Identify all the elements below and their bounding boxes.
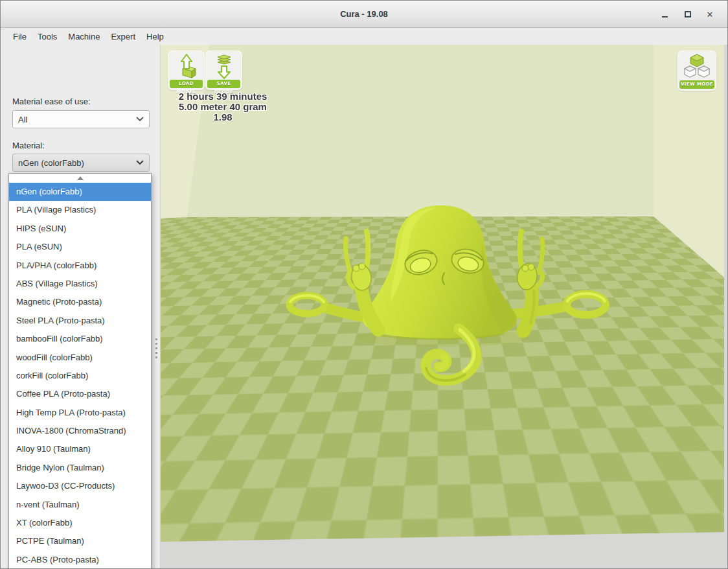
dropdown-scroll-up[interactable]: [9, 174, 151, 183]
load-model-icon: [168, 53, 204, 79]
material-label: Material:: [12, 141, 45, 150]
menu-item-tools[interactable]: Tools: [36, 30, 58, 43]
window-title: Cura - 19.08: [1, 9, 727, 19]
octopus-model[interactable]: [161, 45, 724, 569]
menu-item-expert[interactable]: Expert: [109, 30, 137, 43]
ease-of-use-label: Material ease of use:: [12, 97, 91, 106]
material-combobox[interactable]: nGen (colorFabb): [12, 154, 150, 172]
material-option[interactable]: Magnetic (Proto-pasta): [9, 293, 151, 311]
close-icon: ✕: [707, 10, 714, 19]
load-model-label: LOAD MODEL: [170, 80, 203, 88]
material-option[interactable]: XT (colorFabb): [9, 514, 151, 532]
material-option[interactable]: PC-ABS (Proto-pasta): [9, 551, 151, 569]
material-option[interactable]: nGen (colorFabb): [9, 183, 151, 201]
material-option[interactable]: bambooFill (colorFabb): [9, 330, 151, 348]
save-gcode-icon: [206, 53, 242, 79]
material-dropdown-list: nGen (colorFabb)PLA (Village Plastics)HI…: [9, 183, 151, 569]
title-bar[interactable]: Cura - 19.08 ✕: [1, 1, 727, 28]
load-model-button[interactable]: LOAD MODEL: [168, 51, 204, 89]
print-stats: 2 hours 39 minutes 5.00 meter 40 gram 1.…: [165, 91, 281, 122]
menu-item-help[interactable]: Help: [145, 30, 165, 43]
material-option[interactable]: PLA/PHA (colorFabb): [9, 257, 151, 275]
view-mode-button[interactable]: VIEW MODE: [678, 51, 716, 90]
close-button[interactable]: ✕: [703, 8, 717, 21]
sidebar: Material ease of use: All Material: nGen…: [1, 45, 161, 568]
material-option[interactable]: PLA (Village Plastics): [9, 201, 151, 219]
material-option[interactable]: Steel PLA (Proto-pasta): [9, 312, 151, 330]
chevron-down-icon: [136, 117, 144, 122]
chevron-down-icon: [136, 160, 144, 165]
material-option[interactable]: Bridge Nylon (Taulman): [9, 459, 151, 477]
print-time: 2 hours 39 minutes: [165, 91, 281, 102]
minimize-icon: [662, 16, 668, 17]
menu-item-file[interactable]: File: [12, 30, 28, 43]
view-mode-icon: [678, 53, 716, 79]
print-material: 5.00 meter 40 gram: [165, 102, 281, 112]
material-dropdown-popup: nGen (colorFabb)PLA (Village Plastics)HI…: [8, 173, 152, 569]
cura-window: Cura - 19.08 ✕ FileToolsMachineExpertHel…: [0, 0, 728, 569]
3d-viewport[interactable]: LOAD MODEL SAVE GCODE: [161, 45, 728, 569]
menu-item-machine[interactable]: Machine: [67, 30, 101, 43]
maximize-icon: [685, 11, 691, 17]
material-option[interactable]: INOVA-1800 (ChromaStrand): [9, 422, 151, 440]
material-option[interactable]: PCTPE (Taulman): [9, 532, 151, 550]
maximize-button[interactable]: [681, 8, 695, 21]
print-cost: 1.98: [165, 112, 281, 122]
ease-of-use-value: All: [18, 115, 136, 124]
scroll-up-icon: [77, 176, 84, 180]
material-option[interactable]: High Temp PLA (Proto-pasta): [9, 404, 151, 422]
material-value: nGen (colorFabb): [18, 158, 136, 168]
material-option[interactable]: ABS (Village Plastics): [9, 275, 151, 293]
material-option[interactable]: Alloy 910 (Taulman): [9, 440, 151, 458]
material-option[interactable]: n-vent (Taulman): [9, 496, 151, 514]
material-option[interactable]: PLA (eSUN): [9, 238, 151, 256]
material-option[interactable]: Laywoo-D3 (CC-Products): [9, 477, 151, 495]
view-mode-label: VIEW MODE: [679, 80, 714, 89]
save-gcode-label: SAVE GCODE: [207, 80, 240, 88]
ease-of-use-combobox[interactable]: All: [12, 110, 150, 128]
menu-bar: FileToolsMachineExpertHelp: [1, 29, 727, 45]
panel-resize-grip[interactable]: [154, 338, 158, 362]
material-option[interactable]: woodFill (colorFabb): [9, 349, 151, 367]
material-option[interactable]: HIPS (eSUN): [9, 220, 151, 238]
minimize-button[interactable]: [657, 8, 672, 21]
save-gcode-button[interactable]: SAVE GCODE: [206, 51, 242, 89]
material-option[interactable]: Coffee PLA (Proto-pasta): [9, 385, 151, 403]
material-option[interactable]: corkFill (colorFabb): [9, 367, 151, 385]
